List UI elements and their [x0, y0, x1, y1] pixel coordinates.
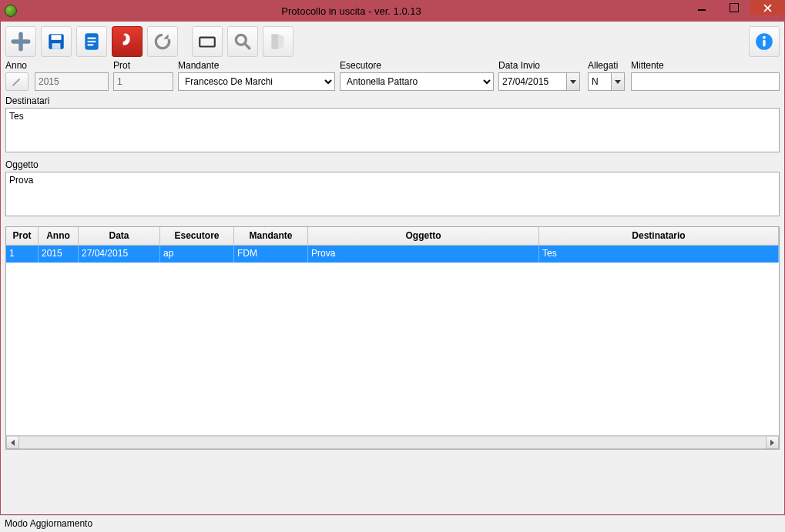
- svg-rect-4: [88, 38, 96, 39]
- maximize-button[interactable]: [718, 0, 750, 15]
- app-icon: [5, 5, 17, 17]
- document-button[interactable]: [76, 26, 107, 57]
- mittente-field[interactable]: [631, 72, 780, 91]
- triangle-right-icon: [770, 440, 774, 446]
- data-invio-dropdown-button[interactable]: [566, 72, 580, 91]
- col-mandante[interactable]: Mandante: [234, 227, 308, 245]
- esecutore-select[interactable]: Antonella Pattaro: [340, 72, 494, 91]
- status-text: Modo Aggiornamento: [5, 518, 92, 529]
- pdf-button[interactable]: [112, 26, 143, 57]
- save-button[interactable]: [41, 26, 72, 57]
- allegati-dropdown-button[interactable]: [611, 72, 625, 91]
- destinatari-label: Destinatari: [1, 91, 784, 108]
- info-button[interactable]: [749, 26, 780, 57]
- mandante-select[interactable]: Francesco De Marchi: [178, 72, 335, 91]
- oggetto-label: Oggetto: [1, 155, 784, 172]
- svg-rect-12: [763, 40, 765, 47]
- svg-point-11: [763, 36, 766, 39]
- exit-button[interactable]: [263, 26, 294, 57]
- data-invio-label: Data Invio: [498, 60, 583, 71]
- grid-body[interactable]: 1 2015 27/04/2015 ap FDM Prova Tes: [6, 246, 779, 435]
- scroll-track[interactable]: [19, 436, 766, 449]
- allegati-label: Allegati: [588, 60, 626, 71]
- svg-rect-6: [88, 44, 94, 45]
- esecutore-label: Esecutore: [340, 60, 494, 71]
- destinatari-textarea[interactable]: Tes: [5, 108, 780, 152]
- col-destinatario[interactable]: Destinatario: [539, 227, 779, 245]
- svg-point-8: [236, 35, 246, 45]
- mandante-label: Mandante: [178, 60, 335, 71]
- close-button[interactable]: [750, 0, 785, 15]
- grid-header: Prot Anno Data Esecutore Mandante Oggett…: [6, 227, 779, 246]
- grid-hscrollbar[interactable]: [6, 435, 779, 449]
- svg-rect-7: [200, 38, 215, 47]
- scroll-left-button[interactable]: [6, 436, 19, 449]
- allegati-field[interactable]: [588, 72, 611, 91]
- svg-rect-9: [271, 34, 278, 49]
- title-bar: Protocollo in uscita - ver. 1.0.13: [0, 0, 785, 22]
- scroll-right-button[interactable]: [766, 436, 779, 449]
- svg-rect-2: [52, 43, 61, 49]
- mittente-label: Mittente: [631, 60, 780, 71]
- card-button[interactable]: [192, 26, 223, 57]
- new-button[interactable]: [5, 26, 36, 57]
- table-row[interactable]: 1 2015 27/04/2015 ap FDM Prova Tes: [6, 246, 779, 263]
- anno-field: [35, 72, 109, 91]
- col-data[interactable]: Data: [79, 227, 160, 245]
- chevron-down-icon: [570, 80, 576, 84]
- form-row: Anno . Prot Mandante Francesco De Marchi…: [1, 60, 784, 91]
- anno-label: Anno: [5, 60, 30, 71]
- edit-anno-button[interactable]: [5, 72, 29, 91]
- status-bar: Modo Aggiornamento: [0, 515, 785, 532]
- oggetto-textarea[interactable]: Prova: [5, 172, 780, 216]
- prot-label: Prot: [113, 60, 173, 71]
- minimize-button[interactable]: [686, 0, 718, 15]
- col-anno[interactable]: Anno: [39, 227, 79, 245]
- chevron-down-icon: [615, 80, 621, 84]
- search-button[interactable]: [227, 26, 258, 57]
- col-esecutore[interactable]: Esecutore: [160, 227, 234, 245]
- window-title: Protocollo in uscita - ver. 1.0.13: [17, 5, 686, 17]
- data-invio-field[interactable]: [498, 72, 566, 91]
- col-prot[interactable]: Prot: [6, 227, 39, 245]
- prot-field: [113, 72, 173, 91]
- svg-rect-5: [88, 41, 96, 42]
- refresh-button[interactable]: [147, 26, 178, 57]
- svg-rect-1: [52, 35, 62, 40]
- results-grid[interactable]: Prot Anno Data Esecutore Mandante Oggett…: [5, 226, 780, 450]
- col-oggetto[interactable]: Oggetto: [308, 227, 539, 245]
- toolbar: [1, 22, 784, 60]
- triangle-left-icon: [11, 440, 15, 446]
